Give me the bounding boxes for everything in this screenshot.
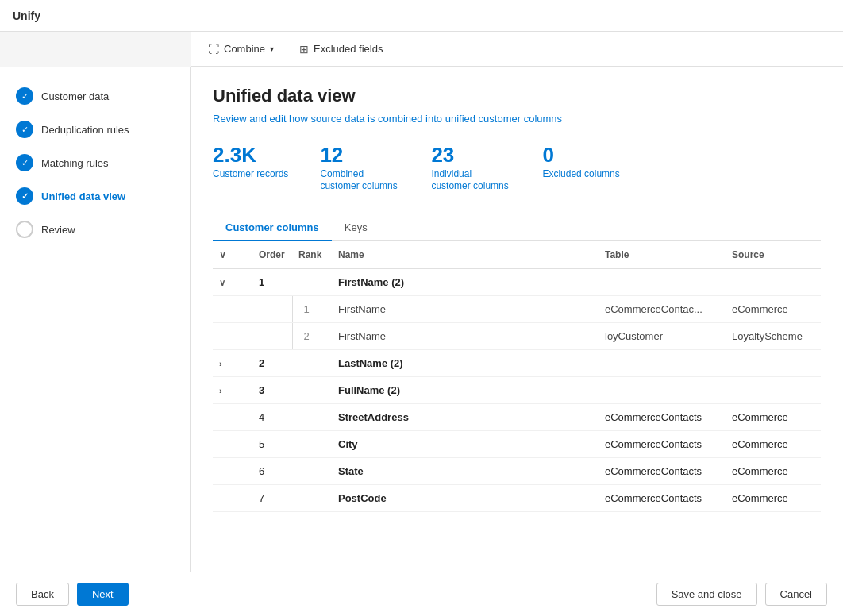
row-expand-cell <box>213 295 252 322</box>
sidebar-item-label-matching-rules: Matching rules <box>41 157 109 169</box>
stat-combined-columns: 12 Combined customer columns <box>320 144 399 193</box>
th-source[interactable]: Source <box>726 241 821 269</box>
expand-icon[interactable]: › <box>219 386 222 395</box>
tab-keys[interactable]: Keys <box>332 215 380 241</box>
row-source-cell <box>726 376 821 403</box>
row-source-cell: eCommerce <box>726 295 821 322</box>
th-table[interactable]: Table <box>599 241 726 269</box>
sidebar-item-label-customer-data: Customer data <box>41 90 109 102</box>
th-order[interactable]: Order <box>252 241 292 269</box>
toolbar: ⛶ Combine ▾ ⊞ Excluded fields <box>191 32 843 67</box>
stat-individual-columns: 23 Individual customer columns <box>431 144 510 193</box>
row-name-cell: StreetAddress <box>332 403 599 430</box>
stat-label-individual-columns: Individual customer columns <box>431 168 510 193</box>
row-order-cell: 1 <box>252 268 292 295</box>
excluded-fields-button[interactable]: ⊞ Excluded fields <box>294 40 387 59</box>
th-rank[interactable]: Rank <box>292 241 332 269</box>
row-order-cell: 2 <box>252 349 292 376</box>
stat-excluded-columns: 0 Excluded columns <box>542 144 619 193</box>
row-expand-cell[interactable]: › <box>213 376 252 403</box>
row-order-cell <box>252 295 292 322</box>
app-title-bar: Unify <box>0 0 843 32</box>
tabs: Customer columns Keys <box>213 215 821 241</box>
row-order-cell: 7 <box>252 484 292 511</box>
sidebar-item-deduplication-rules[interactable]: ✓ Deduplication rules <box>0 113 190 146</box>
row-order-cell <box>252 322 292 349</box>
th-name[interactable]: Name <box>332 241 599 269</box>
collapse-icon[interactable]: ∨ <box>219 278 225 287</box>
row-expand-cell <box>213 430 252 457</box>
sidebar-item-matching-rules[interactable]: ✓ Matching rules <box>0 146 190 179</box>
row-expand-cell <box>213 403 252 430</box>
row-source-cell <box>726 349 821 376</box>
stat-customer-records: 2.3K Customer records <box>213 144 288 193</box>
sidebar-item-unified-data-view[interactable]: ✓ Unified data view <box>0 179 190 213</box>
row-expand-cell <box>213 457 252 484</box>
table-row: › 2 LastName (2) <box>213 349 821 376</box>
row-table-cell <box>599 376 726 403</box>
row-rank-cell <box>292 430 332 457</box>
table-row: ∨ 1 FirstName (2) <box>213 268 821 295</box>
step-circle-matching-rules: ✓ <box>16 154 33 171</box>
sidebar-item-label-deduplication-rules: Deduplication rules <box>41 124 129 136</box>
stat-label-combined-columns: Combined customer columns <box>320 168 399 193</box>
step-circle-deduplication-rules: ✓ <box>16 121 33 138</box>
combine-button[interactable]: ⛶ Combine ▾ <box>203 40 279 59</box>
sort-icon[interactable]: ∨ <box>219 249 226 260</box>
table-row: 2 FirstName loyCustomer LoyaltyScheme <box>213 322 821 349</box>
cancel-button[interactable]: Cancel <box>765 583 827 606</box>
row-table-cell: eCommerceContac... <box>599 295 726 322</box>
row-order-cell: 5 <box>252 430 292 457</box>
row-order-cell: 6 <box>252 457 292 484</box>
excluded-fields-label: Excluded fields <box>314 43 383 55</box>
next-button[interactable]: Next <box>77 583 129 606</box>
stat-number-excluded-columns: 0 <box>542 144 553 167</box>
row-table-cell <box>599 349 726 376</box>
row-rank-cell <box>292 268 332 295</box>
row-name-cell: FirstName <box>332 295 599 322</box>
row-table-cell: eCommerceContacts <box>599 457 726 484</box>
row-name-cell: LastName (2) <box>332 349 599 376</box>
footer-right: Save and close Cancel <box>656 583 827 606</box>
row-table-cell <box>599 268 726 295</box>
stat-number-individual-columns: 23 <box>431 144 454 167</box>
row-name-cell: City <box>332 430 599 457</box>
row-rank-cell <box>292 376 332 403</box>
row-expand-cell <box>213 322 252 349</box>
row-expand-cell[interactable]: › <box>213 349 252 376</box>
sidebar-item-customer-data[interactable]: ✓ Customer data <box>0 79 190 113</box>
main-layout: ✓ Customer data ✓ Deduplication rules ✓ … <box>0 67 843 616</box>
content-area: Unified data view Review and edit how so… <box>191 67 843 616</box>
page-subtitle: Review and edit how source data is combi… <box>213 113 821 125</box>
row-expand-cell[interactable]: ∨ <box>213 268 252 295</box>
sidebar-item-review[interactable]: Review <box>0 213 190 246</box>
stat-number-customer-records: 2.3K <box>213 144 256 167</box>
combine-label: Combine <box>224 43 265 55</box>
back-button[interactable]: Back <box>16 583 69 606</box>
row-rank-cell <box>292 403 332 430</box>
stat-label-customer-records: Customer records <box>213 168 288 181</box>
page-title: Unified data view <box>213 86 821 106</box>
tab-customer-columns[interactable]: Customer columns <box>213 215 332 241</box>
row-rank-cell <box>292 457 332 484</box>
table-row: 4 StreetAddress eCommerceContacts eComme… <box>213 403 821 430</box>
row-source-cell: eCommerce <box>726 457 821 484</box>
footer-left: Back Next <box>16 583 129 606</box>
row-table-cell: eCommerceContacts <box>599 430 726 457</box>
row-source-cell: LoyaltyScheme <box>726 322 821 349</box>
row-name-cell: FirstName (2) <box>332 268 599 295</box>
row-rank-cell: 1 <box>292 295 332 322</box>
step-circle-unified-data-view: ✓ <box>16 187 33 205</box>
row-order-cell: 3 <box>252 376 292 403</box>
row-order-cell: 4 <box>252 403 292 430</box>
table-row: 5 City eCommerceContacts eCommerce <box>213 430 821 457</box>
table-row: 6 State eCommerceContacts eCommerce <box>213 457 821 484</box>
save-close-button[interactable]: Save and close <box>656 583 757 606</box>
sidebar-item-label-unified-data-view: Unified data view <box>41 191 125 202</box>
footer-bar: Back Next Save and close Cancel <box>0 572 843 616</box>
excluded-fields-icon: ⊞ <box>299 43 309 56</box>
expand-icon[interactable]: › <box>219 359 222 368</box>
row-table-cell: eCommerceContacts <box>599 484 726 511</box>
row-rank-cell <box>292 349 332 376</box>
row-table-cell: loyCustomer <box>599 322 726 349</box>
